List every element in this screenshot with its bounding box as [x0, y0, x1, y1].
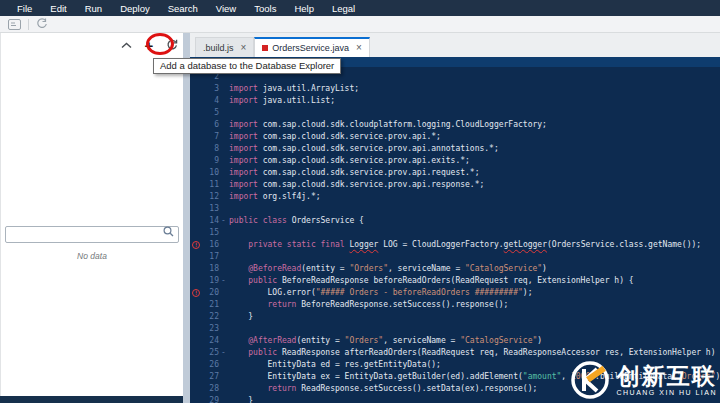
fold-marker[interactable]: -	[220, 216, 227, 225]
line-number: 25	[190, 348, 220, 357]
line-number: 6	[190, 120, 220, 129]
code-text: private static final Logger LOG = CloudL…	[227, 240, 701, 249]
line-number: 3	[190, 84, 220, 93]
code-line: 20! LOG.error("##### Orders - beforeRead…	[190, 286, 720, 298]
menu-item-deploy[interactable]: Deploy	[111, 3, 159, 14]
code-line: 16! private static final Logger LOG = Cl…	[190, 238, 720, 250]
refresh-icon[interactable]	[166, 39, 178, 51]
code-text: @BeforeRead(entity = "Orders", serviceNa…	[227, 264, 547, 273]
tab-build-js[interactable]: .build.js ×	[195, 37, 254, 57]
empty-state-text: No data	[1, 251, 183, 261]
code-line: 8import com.sap.cloud.sdk.service.prov.a…	[190, 142, 720, 154]
code-text: import org.slf4j.*;	[227, 192, 321, 201]
line-number: 19	[190, 276, 220, 285]
line-number: 27	[190, 372, 220, 381]
code-line: 21 return BeforeReadResponse.setSuccess(…	[190, 298, 720, 310]
menu-item-help[interactable]: Help	[285, 3, 323, 14]
line-number: 5	[190, 108, 220, 117]
search-box	[5, 223, 179, 243]
line-number: 10	[190, 168, 220, 177]
top-toolbar	[0, 16, 720, 33]
code-line: 17	[190, 250, 720, 262]
tab-label: OrdersService.java	[272, 43, 349, 53]
watermark: 创新互联 CHUANG XIN HU LIAN	[569, 359, 717, 401]
code-line: 10import com.sap.cloud.sdk.service.prov.…	[190, 166, 720, 178]
code-text: import com.sap.cloud.sdk.service.prov.ap…	[227, 144, 499, 153]
code-text: EntityData ed = res.getEntityData();	[227, 360, 441, 369]
line-number: 18	[190, 264, 220, 273]
line-number: 20!	[190, 288, 220, 297]
code-line: 4import java.util.List;	[190, 94, 720, 106]
modified-indicator-dot	[262, 45, 268, 51]
line-number: 16!	[190, 240, 220, 249]
line-number: 26	[190, 360, 220, 369]
menu-item-file[interactable]: File	[8, 3, 41, 14]
code-text: public class OrdersService {	[227, 216, 364, 225]
line-number: 28	[190, 384, 220, 393]
code-line: 13	[190, 202, 720, 214]
close-tab-icon[interactable]: ×	[241, 43, 247, 53]
code-text: import java.util.List;	[227, 96, 335, 105]
code-line: 23	[190, 322, 720, 334]
tab-ordersservice-java[interactable]: OrdersService.java ×	[254, 37, 369, 57]
code-text: import com.sap.cloud.sdk.service.prov.ap…	[227, 132, 441, 141]
tab-label: .build.js	[203, 43, 234, 53]
code-line: 24 @AfterRead(entity = "Orders", service…	[190, 334, 720, 346]
menu-item-search[interactable]: Search	[159, 3, 207, 14]
code-line: 12import org.slf4j.*;	[190, 190, 720, 202]
code-text: return BeforeReadResponse.setSuccess().r…	[227, 300, 508, 309]
menu-item-edit[interactable]: Edit	[41, 3, 75, 14]
code-text: return ReadResponse.setSuccess().setData…	[227, 384, 537, 393]
line-number: 12	[190, 192, 220, 201]
watermark-logo-icon	[569, 359, 611, 401]
error-icon: !	[192, 241, 200, 249]
line-number: 7	[190, 132, 220, 141]
line-number: 8	[190, 144, 220, 153]
tooltip: Add a database to the Database Explorer	[153, 58, 341, 74]
code-lines: 123import java.util.ArrayList;4import ja…	[190, 58, 720, 403]
code-text: }	[227, 312, 253, 321]
code-line: 6import com.sap.cloud.sdk.cloudplatform.…	[190, 118, 720, 130]
line-number: 4	[190, 96, 220, 105]
code-line: 25- public ReadResponse afterReadOrders(…	[190, 346, 720, 358]
code-text: public BeforeReadResponse beforeReadOrde…	[227, 276, 634, 285]
close-tab-icon[interactable]: ×	[356, 43, 362, 53]
database-explorer-body: No data	[1, 57, 183, 396]
code-line: 18 @BeforeRead(entity = "Orders", servic…	[190, 262, 720, 274]
search-input[interactable]	[5, 226, 179, 243]
database-explorer-header: +	[1, 33, 183, 57]
error-icon: !	[192, 289, 200, 297]
menu-item-legal[interactable]: Legal	[323, 3, 364, 14]
code-line: 19- public BeforeReadResponse beforeRead…	[190, 274, 720, 286]
line-number: 22	[190, 312, 220, 321]
sql-console-icon[interactable]	[8, 19, 21, 30]
line-number: 21	[190, 300, 220, 309]
code-line: 14-public class OrdersService {	[190, 214, 720, 226]
toolbar-divider	[28, 19, 29, 30]
menu-item-run[interactable]: Run	[76, 3, 111, 14]
add-database-button[interactable]: +	[141, 38, 157, 53]
watermark-title: 创新互联	[617, 364, 717, 389]
watermark-subtitle: CHUANG XIN HU LIAN	[616, 389, 717, 396]
code-text: import com.sap.cloud.sdk.cloudplatform.l…	[227, 120, 547, 129]
editor-tab-bar: .build.js × OrdersService.java ×	[190, 33, 720, 57]
line-number: 14	[190, 216, 220, 225]
menu-item-view[interactable]: View	[207, 3, 245, 14]
line-number: 23	[190, 324, 220, 333]
fold-marker[interactable]: -	[220, 348, 227, 357]
collapse-panel-icon[interactable]	[121, 42, 132, 49]
line-number: 17	[190, 252, 220, 261]
panel-splitter[interactable]	[183, 33, 190, 403]
database-explorer-panel: + No data	[0, 33, 183, 396]
fold-marker[interactable]: -	[220, 276, 227, 285]
line-number: 24	[190, 336, 220, 345]
line-number: 29	[190, 396, 220, 403]
code-line: 3import java.util.ArrayList;	[190, 82, 720, 94]
line-number: 13	[190, 204, 220, 213]
code-editor[interactable]: 123import java.util.ArrayList;4import ja…	[190, 57, 720, 403]
session-restart-icon[interactable]	[36, 18, 48, 30]
line-number: 11	[190, 180, 220, 189]
tooltip-text: Add a database to the Database Explorer	[160, 60, 334, 71]
menu-item-tools[interactable]: Tools	[245, 3, 285, 14]
sap-webide-window: File Edit Run Deploy Search View Tools H…	[0, 0, 720, 403]
